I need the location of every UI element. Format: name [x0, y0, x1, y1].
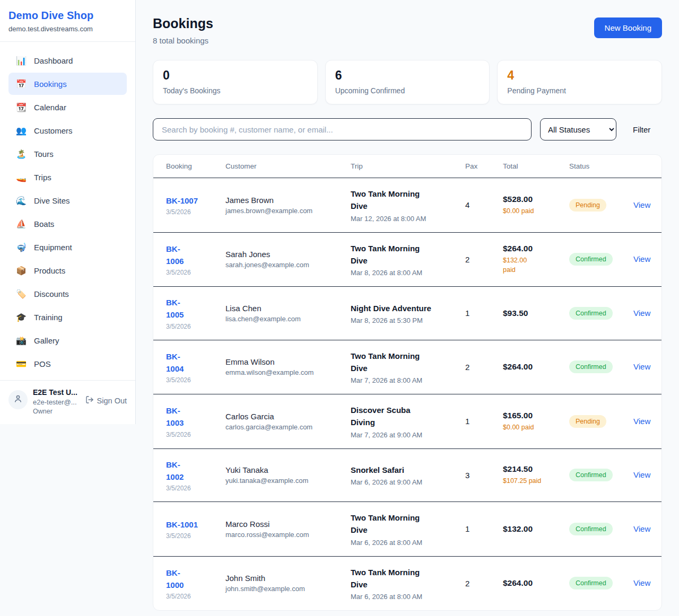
user-name: E2E Test U...: [33, 388, 80, 397]
booking-number-link[interactable]: BK- 1002: [166, 459, 184, 483]
page-subtitle: 8 total bookings: [153, 36, 213, 45]
stat-value: 4: [507, 68, 652, 83]
stat-card-todays-bookings: 0 Today's Bookings: [153, 60, 318, 104]
booking-row: BK- 1000 3/5/2026 John Smith john.smith@…: [153, 557, 661, 611]
sidebar-item-label: Calendar: [34, 103, 66, 112]
view-link[interactable]: View: [633, 254, 650, 263]
booking-number-link[interactable]: BK- 1006: [166, 243, 184, 268]
booking-number-link[interactable]: BK- 1005: [166, 296, 184, 321]
sidebar-item-tours[interactable]: 🏝️ Tours: [8, 143, 127, 165]
pax-count: 1: [465, 309, 503, 318]
view-link[interactable]: View: [633, 417, 650, 426]
status-filter-select[interactable]: All Statuses: [540, 118, 616, 140]
status-badge: Confirmed: [569, 253, 613, 266]
sidebar-item-pos[interactable]: 💳 POS: [8, 353, 127, 375]
trip-datetime: Mar 7, 2026 at 8:00 AM: [351, 376, 465, 384]
view-link[interactable]: View: [633, 578, 650, 587]
paid-amount: $107.25 paid: [503, 476, 569, 486]
sidebar-item-discounts[interactable]: 🏷️ Discounts: [8, 283, 127, 305]
booking-number-link[interactable]: BK-1007: [166, 195, 198, 207]
booking-row: BK- 1003 3/5/2026 Carlos Garcia carlos.g…: [153, 394, 661, 449]
trip-name: Night Dive Adventure: [351, 302, 465, 314]
stat-label: Pending Payment: [507, 86, 652, 95]
status-badge: Pending: [569, 415, 606, 428]
stat-label: Upcoming Confirmed: [335, 86, 480, 95]
customer-email: yuki.tanaka@example.com: [225, 477, 351, 485]
booking-row: BK- 1006 3/5/2026 Sarah Jones sarah.jone…: [153, 233, 661, 287]
trip-datetime: Mar 12, 2026 at 8:00 AM: [351, 215, 465, 223]
sidebar-item-label: Trips: [34, 173, 51, 182]
sidebar-item-dive-sites[interactable]: 🌊 Dive Sites: [8, 189, 127, 212]
graduation-cap-icon: 🎓: [16, 312, 27, 322]
sidebar-item-trips[interactable]: 🚤 Trips: [8, 166, 127, 188]
sidebar-item-label: Bookings: [34, 80, 67, 89]
total-amount: $132.00: [503, 524, 569, 534]
new-booking-button[interactable]: New Booking: [594, 17, 662, 38]
customer-email: emma.wilson@example.com: [225, 368, 351, 376]
stats-row: 0 Today's Bookings 6 Upcoming Confirmed …: [153, 60, 662, 104]
stat-value: 0: [163, 68, 308, 83]
search-input[interactable]: [153, 118, 532, 140]
sign-out-button[interactable]: Sign Out: [85, 395, 127, 406]
sidebar-item-label: Boats: [34, 219, 54, 228]
stat-card-upcoming-confirmed: 6 Upcoming Confirmed: [325, 60, 490, 104]
sidebar-item-training[interactable]: 🎓 Training: [8, 306, 127, 328]
view-link[interactable]: View: [633, 200, 650, 209]
booking-number-link[interactable]: BK- 1004: [166, 350, 184, 375]
trip-datetime: Mar 8, 2026 at 8:00 AM: [351, 269, 465, 277]
view-link[interactable]: View: [633, 524, 650, 533]
paid-amount: $0.00 paid: [503, 423, 569, 432]
sidebar-item-boats[interactable]: ⛵ Boats: [8, 213, 127, 235]
shop-name: Demo Dive Shop: [8, 10, 127, 22]
view-link[interactable]: View: [633, 309, 650, 318]
sidebar-item-customers[interactable]: 👥 Customers: [8, 119, 127, 142]
status-badge: Confirmed: [569, 469, 613, 481]
bookings-table: Booking Customer Trip Pax Total Status B…: [153, 154, 662, 611]
customer-email: marco.rossi@example.com: [225, 531, 351, 539]
stat-value: 6: [335, 68, 480, 83]
pax-count: 3: [465, 471, 503, 480]
pax-count: 4: [465, 200, 503, 209]
sign-out-label: Sign Out: [97, 397, 127, 405]
sidebar-item-label: Dive Sites: [34, 196, 70, 205]
sidebar-item-label: Training: [34, 313, 63, 322]
sidebar-item-gallery[interactable]: 📸 Gallery: [8, 329, 127, 351]
total-amount: $165.00: [503, 411, 569, 420]
credit-card-icon: 💳: [16, 359, 27, 369]
table-header-row: Booking Customer Trip Pax Total Status: [153, 155, 661, 178]
shop-domain: demo.test.divestreams.com: [8, 25, 127, 33]
pax-count: 1: [465, 417, 503, 426]
total-amount: $264.00: [503, 578, 569, 588]
sidebar-header: Demo Dive Shop demo.test.divestreams.com: [0, 0, 135, 42]
view-link[interactable]: View: [633, 362, 650, 371]
booking-number-link[interactable]: BK- 1000: [166, 567, 184, 592]
column-header-customer: Customer: [225, 162, 351, 170]
sidebar-item-dashboard[interactable]: 📊 Dashboard: [8, 49, 127, 72]
tag-icon: 🏷️: [16, 289, 27, 299]
view-link[interactable]: View: [633, 470, 650, 479]
diving-mask-icon: 🤿: [16, 242, 27, 252]
sidebar-item-calendar[interactable]: 📆 Calendar: [8, 96, 127, 118]
user-icon: [13, 394, 23, 406]
customer-email: james.brown@example.com: [225, 207, 351, 215]
avatar: [8, 390, 28, 409]
filter-button[interactable]: Filter: [633, 125, 650, 134]
booking-number-link[interactable]: BK- 1003: [166, 404, 184, 429]
sidebar-item-bookings[interactable]: 📅 Bookings: [8, 73, 127, 95]
sailboat-icon: ⛵: [16, 219, 27, 229]
pax-count: 2: [465, 255, 503, 264]
trip-name: Discover Scuba Diving: [351, 404, 465, 429]
package-icon: 📦: [16, 266, 27, 276]
page-title: Bookings: [153, 16, 213, 31]
booking-row: BK- 1005 3/5/2026 Lisa Chen lisa.chen@ex…: [153, 287, 661, 340]
status-badge: Confirmed: [569, 307, 613, 320]
trip-datetime: Mar 6, 2026 at 9:00 AM: [351, 478, 465, 486]
sidebar-item-equipment[interactable]: 🤿 Equipment: [8, 236, 127, 258]
trip-datetime: Mar 6, 2026 at 8:00 AM: [351, 539, 465, 547]
sidebar-item-products[interactable]: 📦 Products: [8, 259, 127, 281]
customer-name: Carlos Garcia: [225, 412, 351, 421]
booking-row: BK-1001 3/5/2026 Marco Rossi marco.rossi…: [153, 502, 661, 557]
booking-number-link[interactable]: BK-1001: [166, 518, 198, 531]
people-icon: 👥: [16, 126, 27, 136]
booking-row: BK-1007 3/5/2026 James Brown james.brown…: [153, 178, 661, 233]
